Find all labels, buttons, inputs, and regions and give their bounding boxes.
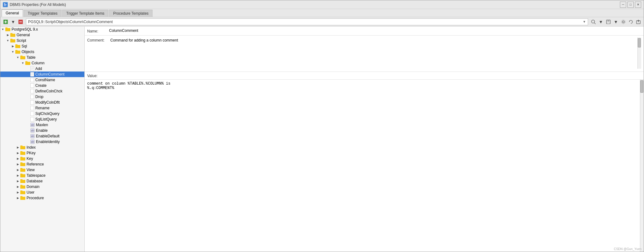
folder-icon-domain: [20, 185, 25, 189]
folder-icon-user: [20, 190, 25, 195]
tree-item-constname[interactable]: ConstName: [0, 77, 84, 83]
tab-trigger-templates[interactable]: Trigger Templates: [24, 10, 62, 17]
label-objects: Objects: [22, 50, 34, 54]
tab-bar: General Trigger Templates Trigger Templa…: [0, 9, 644, 17]
tree-item-columncomment[interactable]: ColumnComment: [0, 72, 84, 77]
path-bar[interactable]: PGSQL9::Script\Objects\Column\ColumnComm…: [26, 18, 588, 25]
value-area: [85, 80, 644, 252]
value-scrollbar[interactable]: [640, 80, 644, 252]
expander-reference: ▶: [15, 162, 20, 167]
tree-item-database[interactable]: ▶ Database: [0, 178, 84, 184]
tree-item-sqllistquery[interactable]: SqlListQuery: [0, 116, 84, 122]
tree-item-domain[interactable]: ▶ Domain: [0, 184, 84, 190]
expander-general: ▶: [5, 32, 10, 37]
tree-item-column[interactable]: ▼ Column: [0, 60, 84, 66]
label-user: User: [27, 190, 34, 195]
tree-item-enabledefault[interactable]: ab EnableDefault: [0, 133, 84, 139]
label-rename: Rename: [35, 106, 49, 110]
prop-icon-enabledefault: ab: [30, 134, 35, 138]
svg-rect-59: [20, 146, 25, 149]
add-button[interactable]: [2, 18, 9, 25]
close-button[interactable]: ✕: [635, 2, 641, 8]
svg-rect-28: [15, 44, 17, 45]
doc-icon-sqlchckquery: [30, 111, 34, 116]
value-label-row: Value:: [85, 72, 644, 80]
tree-item-postgresql[interactable]: ▼ PostgreSQL 9.x: [0, 27, 84, 32]
expander-database: ▶: [15, 179, 20, 184]
dropdown2-button[interactable]: ▼: [597, 18, 604, 25]
tree-item-procedure[interactable]: ▶ Procedure: [0, 195, 84, 201]
settings-button[interactable]: [620, 18, 627, 25]
name-row: Name: ColumnComment: [85, 27, 644, 36]
minimize-button[interactable]: ─: [620, 2, 626, 8]
tree-item-maxlen[interactable]: ab Maxlen: [0, 122, 84, 128]
expander-columncomment: [25, 72, 30, 77]
tree-item-table[interactable]: ▼ Table: [0, 55, 84, 60]
tree-item-pkey[interactable]: ▶ PKey: [0, 150, 84, 156]
maximize-button[interactable]: □: [627, 2, 634, 8]
comment-scrollbar[interactable]: [637, 37, 641, 69]
tree-item-user[interactable]: ▶ User: [0, 190, 84, 195]
doc-icon-sqllistquery: [30, 117, 34, 121]
label-enableidentity: EnableIdentity: [36, 140, 60, 144]
tree-item-sql[interactable]: ▶ Sql: [0, 43, 84, 49]
toolbar: ▼ PGSQL9::Script\Objects\Column\ColumnCo…: [0, 17, 644, 27]
label-add: Add: [35, 67, 42, 71]
tab-procedure-templates[interactable]: Procedure Templates: [109, 10, 152, 17]
label-sql: Sql: [22, 44, 27, 48]
tree-item-objects[interactable]: ▼ Objects: [0, 49, 84, 55]
expander-domain: ▶: [15, 184, 20, 189]
dropdown3-button[interactable]: ▼: [612, 18, 619, 25]
tree-item-drop[interactable]: Drop: [0, 94, 84, 100]
tree-item-key[interactable]: ▶ Key: [0, 156, 84, 161]
value-textarea[interactable]: [85, 80, 640, 252]
svg-rect-25: [10, 39, 15, 42]
tree-item-create[interactable]: Create: [0, 83, 84, 88]
comment-textarea[interactable]: [109, 37, 637, 69]
tree-item-enable[interactable]: ab Enable: [0, 128, 84, 133]
label-tablespace: Tablespace: [27, 173, 46, 178]
tree-item-index[interactable]: ▶ Index: [0, 145, 84, 150]
save-button[interactable]: [605, 18, 612, 25]
tree-item-sqlchckquery[interactable]: SqlChckQuery: [0, 111, 84, 116]
tree-item-rename[interactable]: Rename: [0, 105, 84, 111]
label-constname: ConstName: [35, 78, 55, 82]
label-table: Table: [27, 55, 36, 60]
svg-rect-63: [20, 157, 25, 161]
tree-item-script[interactable]: ▼ Script: [0, 38, 84, 43]
tree-item-reference[interactable]: ▶ Reference: [0, 161, 84, 167]
search-button[interactable]: [590, 18, 597, 25]
refresh-button[interactable]: [627, 18, 634, 25]
tree-item-general[interactable]: ▶ General: [0, 32, 84, 38]
label-index: Index: [27, 145, 36, 150]
svg-rect-65: [20, 163, 25, 166]
tab-trigger-template-items[interactable]: Trigger Template Items: [62, 10, 108, 17]
tree-item-modifycolndfit[interactable]: ModifyColnDflt: [0, 100, 84, 105]
svg-text:ab: ab: [31, 123, 34, 126]
label-database: Database: [27, 179, 42, 183]
tree-item-definecolnchck[interactable]: DefineColnChck: [0, 88, 84, 94]
svg-text:ab: ab: [31, 140, 34, 143]
svg-rect-64: [20, 157, 22, 158]
label-sqllistquery: SqlListQuery: [35, 117, 57, 121]
value-label: Value:: [87, 73, 109, 78]
doc-icon-create: [30, 83, 34, 88]
doc-icon-definecolnchck: [30, 89, 34, 93]
tab-general[interactable]: General: [2, 9, 23, 17]
dropdown-button[interactable]: ▼: [10, 18, 17, 25]
svg-rect-22: [5, 27, 7, 28]
tree-item-view[interactable]: ▶ View: [0, 167, 84, 173]
label-column: Column: [32, 61, 44, 65]
tree-item-add[interactable]: Add: [0, 66, 84, 72]
prop-icon-maxlen: ab: [30, 123, 35, 127]
svg-rect-26: [10, 39, 12, 40]
tree-item-enableidentity[interactable]: ab EnableIdentity: [0, 139, 84, 145]
remove-button[interactable]: [17, 18, 24, 25]
export-button[interactable]: [635, 18, 642, 25]
tree-item-tablespace[interactable]: ▶ Tablespace: [0, 173, 84, 178]
svg-rect-61: [20, 152, 25, 155]
folder-icon-tablespace: [20, 173, 25, 178]
svg-rect-44: [30, 83, 34, 88]
main-window: DBMS Properties (For All Models) ─ □ ✕ G…: [0, 0, 644, 252]
label-create: Create: [35, 83, 47, 88]
